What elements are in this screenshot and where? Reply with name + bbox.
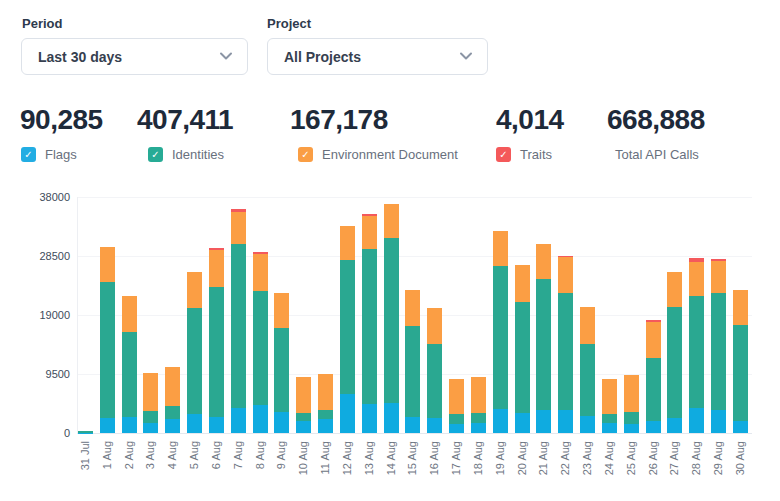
bar-segment-identities[interactable] xyxy=(100,282,115,418)
bar-segment-traits[interactable] xyxy=(209,248,224,250)
bar-segment-environment-document[interactable] xyxy=(318,374,333,410)
bar-segment-flags[interactable] xyxy=(209,417,224,433)
bar-segment-traits[interactable] xyxy=(362,214,377,216)
bar-segment-identities[interactable] xyxy=(711,293,726,410)
bar-segment-environment-document[interactable] xyxy=(558,257,573,293)
bar-segment-traits[interactable] xyxy=(646,320,661,322)
bar-segment-identities[interactable] xyxy=(362,249,377,404)
bar-segment-environment-document[interactable] xyxy=(231,212,246,244)
bar-segment-flags[interactable] xyxy=(558,410,573,433)
bar-segment-identities[interactable] xyxy=(384,238,399,402)
bar-segment-identities[interactable] xyxy=(558,293,573,410)
bar-segment-flags[interactable] xyxy=(318,419,333,433)
bar-segment-environment-document[interactable] xyxy=(602,379,617,415)
bar-segment-flags[interactable] xyxy=(384,403,399,433)
bar-segment-flags[interactable] xyxy=(602,423,617,433)
bar-segment-flags[interactable] xyxy=(689,408,704,433)
bar-segment-environment-document[interactable] xyxy=(143,373,158,411)
bar-segment-flags[interactable] xyxy=(580,416,595,433)
bar-segment-environment-document[interactable] xyxy=(209,250,224,287)
bar-segment-identities[interactable] xyxy=(689,296,704,408)
bar-segment-identities[interactable] xyxy=(471,413,486,423)
bar-segment-identities[interactable] xyxy=(340,260,355,394)
bar-segment-identities[interactable] xyxy=(493,266,508,409)
bar-segment-identities[interactable] xyxy=(296,413,311,420)
bar-segment-traits[interactable] xyxy=(689,258,704,261)
bar-segment-flags[interactable] xyxy=(515,413,530,433)
bar-segment-identities[interactable] xyxy=(515,302,530,413)
bar-segment-environment-document[interactable] xyxy=(449,379,464,415)
bar-segment-environment-document[interactable] xyxy=(296,377,311,413)
bar-segment-environment-document[interactable] xyxy=(471,377,486,413)
bar-segment-environment-document[interactable] xyxy=(405,290,420,326)
bar-segment-environment-document[interactable] xyxy=(340,226,355,260)
bar-segment-environment-document[interactable] xyxy=(100,247,115,282)
bar-segment-environment-document[interactable] xyxy=(536,244,551,279)
bar-segment-identities[interactable] xyxy=(624,412,639,424)
bar-segment-traits[interactable] xyxy=(558,256,573,257)
bar-segment-environment-document[interactable] xyxy=(667,272,682,307)
bar-segment-flags[interactable] xyxy=(667,418,682,433)
bar-segment-identities[interactable] xyxy=(122,332,137,416)
bar-segment-flags[interactable] xyxy=(143,423,158,433)
bar-segment-environment-document[interactable] xyxy=(624,375,639,412)
bar-segment-identities[interactable] xyxy=(405,326,420,417)
bar-segment-environment-document[interactable] xyxy=(646,322,661,357)
bar-segment-flags[interactable] xyxy=(253,405,268,433)
bar-segment-identities[interactable] xyxy=(274,328,289,412)
bar-segment-flags[interactable] xyxy=(471,423,486,433)
bar-segment-identities[interactable] xyxy=(580,344,595,416)
bar-segment-flags[interactable] xyxy=(100,418,115,433)
y-axis-label: 9500 xyxy=(0,368,70,380)
bar-segment-identities[interactable] xyxy=(318,410,333,419)
bar-segment-flags[interactable] xyxy=(427,418,442,433)
bar-segment-flags[interactable] xyxy=(274,412,289,433)
bar-segment-flags[interactable] xyxy=(536,410,551,433)
bar-segment-flags[interactable] xyxy=(340,394,355,433)
bar-segment-identities[interactable] xyxy=(449,414,464,423)
bar-segment-environment-document[interactable] xyxy=(253,254,268,291)
bar-segment-traits[interactable] xyxy=(231,209,246,212)
bar-segment-flags[interactable] xyxy=(493,409,508,433)
bar-segment-environment-document[interactable] xyxy=(515,265,530,301)
bar-segment-environment-document[interactable] xyxy=(122,296,137,332)
bar-segment-identities[interactable] xyxy=(667,307,682,418)
bar-segment-identities[interactable] xyxy=(143,411,158,422)
bar-segment-identities[interactable] xyxy=(646,358,661,422)
bar-segment-environment-document[interactable] xyxy=(274,293,289,329)
bar-segment-flags[interactable] xyxy=(624,424,639,433)
bar-segment-flags[interactable] xyxy=(165,419,180,433)
bar-segment-identities[interactable] xyxy=(253,291,268,405)
bar-segment-environment-document[interactable] xyxy=(362,216,377,249)
bar-segment-flags[interactable] xyxy=(733,421,748,433)
bar-segment-traits[interactable] xyxy=(711,259,726,261)
bar-segment-environment-document[interactable] xyxy=(689,262,704,296)
bar-segment-identities[interactable] xyxy=(231,244,246,409)
bar-segment-environment-document[interactable] xyxy=(580,307,595,344)
bar-segment-identities[interactable] xyxy=(165,406,180,418)
bar-segment-flags[interactable] xyxy=(646,421,661,433)
bar-segment-identities[interactable] xyxy=(602,414,617,422)
bar-segment-flags[interactable] xyxy=(362,404,377,433)
bar-segment-identities[interactable] xyxy=(733,325,748,421)
bar-segment-flags[interactable] xyxy=(231,408,246,433)
bar-segment-identities[interactable] xyxy=(427,344,442,418)
bar-segment-environment-document[interactable] xyxy=(384,204,399,238)
bar-segment-environment-document[interactable] xyxy=(493,231,508,265)
bar-segment-identities[interactable] xyxy=(187,308,202,414)
bar-segment-identities[interactable] xyxy=(78,431,93,432)
bar-segment-identities[interactable] xyxy=(536,279,551,410)
bar-segment-flags[interactable] xyxy=(711,410,726,433)
bar-segment-flags[interactable] xyxy=(187,414,202,433)
bar-segment-flags[interactable] xyxy=(449,424,464,433)
bar-segment-environment-document[interactable] xyxy=(165,367,180,406)
bar-segment-environment-document[interactable] xyxy=(427,308,442,345)
bar-segment-flags[interactable] xyxy=(296,421,311,433)
bar-segment-environment-document[interactable] xyxy=(711,261,726,293)
bar-segment-environment-document[interactable] xyxy=(187,272,202,309)
bar-segment-environment-document[interactable] xyxy=(733,290,748,325)
bar-segment-flags[interactable] xyxy=(122,417,137,433)
bar-segment-flags[interactable] xyxy=(405,417,420,433)
bar-segment-identities[interactable] xyxy=(209,287,224,417)
bar-segment-traits[interactable] xyxy=(253,252,268,253)
